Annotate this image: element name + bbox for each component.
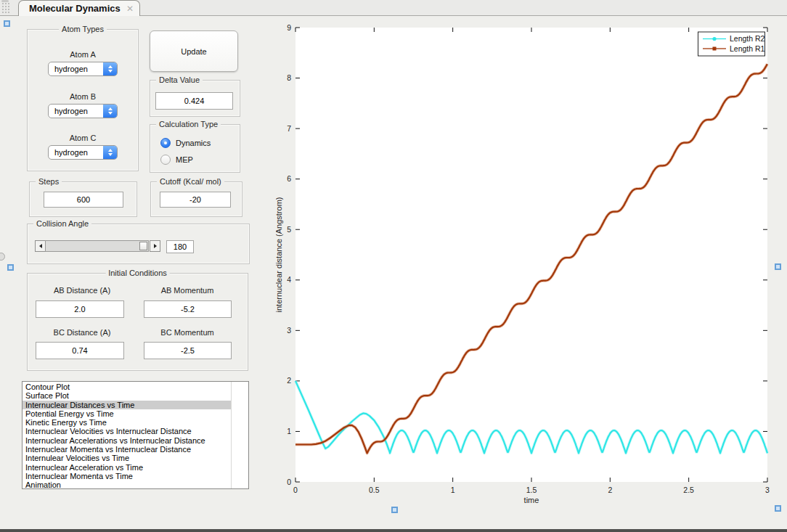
atom-b-label: Atom B	[28, 92, 138, 101]
radio-mep[interactable]: MEP	[160, 155, 193, 165]
x-tick-label: 2.5	[683, 486, 694, 494]
atom-a-label: Atom A	[28, 50, 138, 59]
atom-c-dropdown[interactable]: hydrogen	[48, 145, 118, 160]
plot-axes: 00.511.522.530123456789timeinternuclear …	[276, 17, 787, 520]
y-tick-label: 7	[287, 124, 291, 133]
delta-value-panel: Delta Value	[150, 80, 240, 117]
popup-arrows-icon	[103, 105, 117, 118]
x-tick-label: 3	[765, 486, 770, 494]
calculation-type-panel: Calculation Type Dynamics MEP	[150, 124, 240, 173]
radio-icon[interactable]	[160, 138, 171, 148]
atom-types-panel: Atom Types Atom A hydrogen Atom B hydrog…	[27, 29, 139, 171]
tab-bar: Molecular Dynamics ✕	[0, 0, 787, 16]
radio-icon[interactable]	[160, 155, 171, 165]
y-tick-label: 2	[287, 376, 291, 385]
x-tick-label: 0	[293, 486, 298, 494]
slider-left-arrow[interactable]	[35, 240, 46, 252]
steps-panel: Steps	[29, 181, 137, 217]
collision-angle-slider[interactable]	[45, 240, 149, 252]
collision-angle-field[interactable]	[166, 240, 194, 253]
anchor-handle	[7, 264, 14, 271]
atom-c-value: hydrogen	[49, 148, 103, 157]
panel-title: Delta Value	[156, 75, 203, 84]
splitter-knob[interactable]	[0, 253, 5, 261]
list-item[interactable]: Animation	[23, 480, 231, 488]
list-item[interactable]: Internulear Velocities vs Time	[23, 454, 231, 462]
anchor-handle	[391, 507, 398, 513]
atom-a-dropdown[interactable]: hydrogen	[48, 62, 118, 76]
radio-dynamics[interactable]: Dynamics	[160, 138, 211, 148]
atom-a-value: hydrogen	[49, 65, 103, 73]
drag-handle-icon[interactable]	[1, 2, 9, 15]
initial-conditions-panel: Initial Conditions AB Distance (A) AB Mo…	[27, 273, 248, 371]
ab-momentum-field[interactable]	[144, 300, 232, 318]
tab-title: Molecular Dynamics	[29, 3, 126, 14]
cutoff-field[interactable]	[160, 192, 231, 208]
radio-mep-label: MEP	[176, 155, 193, 164]
collision-angle-panel: Collision Angle	[27, 224, 250, 264]
bc-distance-label: BC Distance (A)	[28, 328, 136, 337]
legend-label: Length R1	[730, 44, 765, 53]
legend-marker	[712, 37, 716, 41]
slider-thumb[interactable]	[139, 242, 147, 250]
plot-type-listbox[interactable]: Contour PlotSurface PlotInternuclear Dis…	[22, 381, 249, 489]
list-item[interactable]: Kinetic Energy vs Time	[23, 418, 231, 427]
list-item[interactable]: Surface Plot	[23, 391, 231, 400]
cutoff-panel: Cutoff (Kcal/ mol)	[150, 181, 242, 217]
list-item[interactable]: Internuclear Acceleration vs Time	[23, 463, 231, 472]
popup-arrows-icon	[103, 62, 117, 75]
anchor-handle	[4, 20, 10, 27]
close-icon[interactable]: ✕	[126, 4, 134, 14]
y-tick-label: 9	[287, 23, 291, 32]
x-tick-label: 1	[451, 486, 455, 494]
anchor-handle	[775, 505, 781, 512]
bc-distance-field[interactable]	[36, 342, 124, 359]
panel-title: Initial Conditions	[105, 269, 170, 277]
panel-title: Cutoff (Kcal/ mol)	[157, 177, 224, 186]
atom-c-label: Atom C	[28, 134, 138, 142]
bc-momentum-label: BC Momentum	[140, 328, 235, 337]
ab-momentum-label: AB Momentum	[140, 286, 235, 295]
panel-title: Steps	[36, 177, 62, 186]
list-item[interactable]: Contour Plot	[23, 382, 231, 391]
list-item[interactable]: Internuclear Momenta vs Time	[23, 472, 231, 480]
list-item[interactable]: Internuclear Accelerations vs Internucle…	[23, 436, 231, 445]
list-item[interactable]: Potential Energy vs Time	[23, 409, 231, 418]
atom-b-dropdown[interactable]: hydrogen	[48, 104, 118, 118]
ab-distance-label: AB Distance (A)	[28, 286, 136, 295]
y-tick-label: 1	[287, 427, 291, 435]
y-tick-label: 8	[287, 73, 291, 82]
x-axis-label: time	[524, 496, 539, 504]
y-tick-label: 0	[287, 478, 291, 486]
bc-momentum-field[interactable]	[144, 342, 232, 359]
x-tick-label: 1.5	[526, 486, 537, 494]
list-item[interactable]: Internuclear Distances vs Time	[23, 401, 231, 409]
anchor-handle	[775, 263, 781, 270]
tab-molecular-dynamics[interactable]: Molecular Dynamics ✕	[18, 0, 140, 16]
legend-label: Length R2	[730, 34, 765, 43]
steps-field[interactable]	[44, 192, 123, 208]
panel-title: Atom Types	[59, 25, 107, 33]
chart-svg: 00.511.522.530123456789timeinternuclear …	[276, 17, 787, 520]
delta-value-field[interactable]	[155, 92, 233, 110]
atom-b-value: hydrogen	[49, 107, 103, 115]
ab-distance-field[interactable]	[36, 300, 124, 318]
y-tick-label: 5	[287, 225, 291, 234]
popup-arrows-icon	[103, 146, 117, 159]
x-tick-label: 2	[608, 486, 612, 494]
listbox-scrollbar-gutter[interactable]	[231, 382, 248, 488]
panel-title: Collision Angle	[33, 219, 91, 228]
list-item[interactable]: Internuclear Momenta vs Internuclear Dis…	[23, 445, 231, 454]
panel-title: Calculation Type	[156, 120, 221, 128]
y-tick-label: 6	[287, 174, 291, 183]
y-tick-label: 4	[287, 275, 291, 284]
radio-dynamics-label: Dynamics	[176, 139, 211, 147]
update-button[interactable]: Update	[150, 30, 238, 72]
y-axis-label: internuclear distance (Angstrom)	[276, 197, 283, 313]
slider-right-arrow[interactable]	[150, 240, 160, 252]
x-tick-label: 0.5	[369, 486, 380, 494]
bottom-splitter-bar	[0, 529, 787, 532]
legend-marker	[713, 47, 717, 51]
list-item[interactable]: Internuclear Velocities vs Internuclear …	[23, 427, 231, 435]
y-tick-label: 3	[287, 326, 291, 335]
